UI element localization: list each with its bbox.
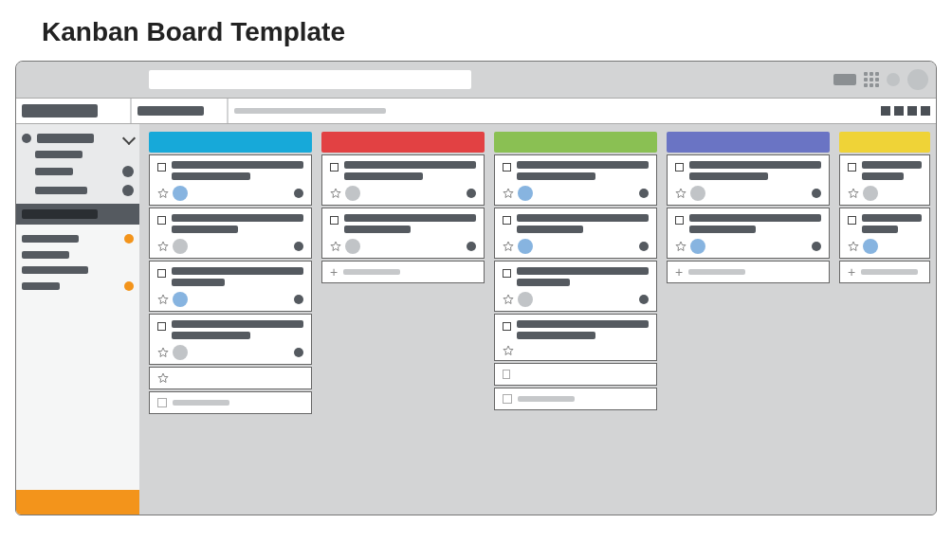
star-icon[interactable] bbox=[675, 188, 687, 199]
star-icon[interactable] bbox=[157, 294, 169, 305]
column-header[interactable] bbox=[494, 132, 657, 153]
app-logo[interactable] bbox=[16, 99, 130, 123]
add-card-button[interactable]: + bbox=[321, 261, 485, 283]
card-status-dot-icon bbox=[639, 295, 649, 304]
sidebar-item[interactable] bbox=[22, 147, 134, 162]
assignee-avatar-icon[interactable] bbox=[690, 239, 705, 254]
kanban-card[interactable] bbox=[149, 208, 312, 259]
star-icon[interactable] bbox=[848, 188, 859, 199]
star-icon[interactable] bbox=[330, 188, 341, 199]
column-header[interactable] bbox=[321, 132, 485, 153]
kanban-card[interactable] bbox=[667, 208, 830, 259]
add-card-button[interactable] bbox=[149, 391, 312, 414]
svg-marker-3 bbox=[158, 348, 168, 357]
column-header[interactable] bbox=[667, 132, 830, 153]
assignee-avatar-icon[interactable] bbox=[518, 186, 533, 201]
breadcrumb-tab[interactable] bbox=[132, 99, 227, 123]
kanban-card[interactable] bbox=[494, 208, 657, 259]
assignee-avatar-icon[interactable] bbox=[863, 186, 878, 201]
kanban-card[interactable] bbox=[149, 154, 312, 206]
assignee-avatar-icon[interactable] bbox=[173, 186, 188, 201]
checkbox-icon[interactable] bbox=[330, 163, 339, 172]
star-icon[interactable] bbox=[330, 241, 341, 252]
star-icon[interactable] bbox=[675, 241, 687, 252]
star-icon[interactable] bbox=[157, 188, 169, 199]
svg-marker-10 bbox=[503, 346, 513, 355]
column-header[interactable] bbox=[149, 132, 312, 153]
add-card-button[interactable]: + bbox=[667, 261, 830, 283]
svg-marker-0 bbox=[158, 189, 168, 198]
assignee-avatar-icon[interactable] bbox=[690, 186, 705, 201]
sidebar-item-active[interactable] bbox=[16, 204, 139, 225]
card-text-line bbox=[172, 332, 250, 339]
assignee-avatar-icon[interactable] bbox=[345, 239, 360, 254]
checkbox-icon[interactable] bbox=[848, 163, 856, 172]
kanban-card[interactable] bbox=[839, 208, 930, 259]
kanban-card[interactable] bbox=[321, 208, 485, 259]
chrome-button-icon[interactable] bbox=[833, 74, 856, 85]
sidebar-item[interactable] bbox=[22, 162, 134, 181]
sidebar-item[interactable] bbox=[22, 181, 134, 200]
profile-avatar-icon[interactable] bbox=[907, 69, 928, 90]
add-card-button[interactable] bbox=[494, 388, 657, 410]
sidebar-header[interactable] bbox=[22, 130, 134, 147]
kanban-card[interactable] bbox=[494, 314, 657, 361]
card-text-line bbox=[517, 332, 595, 339]
star-icon[interactable] bbox=[157, 241, 169, 252]
checkbox-icon[interactable] bbox=[157, 269, 166, 278]
checkbox-icon[interactable] bbox=[503, 269, 511, 278]
assignee-avatar-icon[interactable] bbox=[173, 345, 188, 360]
assignee-avatar-icon[interactable] bbox=[518, 239, 533, 254]
checkbox-icon[interactable] bbox=[157, 322, 166, 331]
toolbar-button[interactable] bbox=[894, 106, 904, 116]
card-footer-row[interactable] bbox=[494, 363, 657, 386]
star-icon[interactable] bbox=[503, 188, 514, 199]
apps-grid-icon[interactable] bbox=[864, 72, 879, 87]
checkbox-icon[interactable] bbox=[675, 216, 684, 225]
card-footer-row[interactable] bbox=[149, 367, 312, 389]
checkbox-icon[interactable] bbox=[503, 322, 511, 331]
assignee-avatar-icon[interactable] bbox=[345, 186, 360, 201]
card-text-line bbox=[344, 172, 423, 180]
star-icon[interactable] bbox=[503, 294, 514, 305]
sidebar-item[interactable] bbox=[22, 247, 134, 262]
toolbar-button[interactable] bbox=[907, 106, 917, 116]
sidebar-cta-button[interactable] bbox=[16, 490, 139, 515]
checkbox-icon[interactable] bbox=[330, 216, 339, 225]
kanban-card[interactable] bbox=[667, 154, 830, 206]
assignee-avatar-icon[interactable] bbox=[173, 239, 188, 254]
checkbox-icon[interactable] bbox=[503, 216, 511, 225]
checkbox-icon[interactable] bbox=[675, 163, 684, 172]
card-text-line bbox=[689, 172, 768, 180]
kanban-card[interactable] bbox=[839, 154, 930, 206]
chrome-dot-icon[interactable] bbox=[887, 73, 900, 86]
checkbox-icon[interactable] bbox=[157, 216, 166, 225]
star-icon[interactable] bbox=[848, 241, 859, 252]
kanban-card[interactable] bbox=[321, 154, 485, 206]
star-icon[interactable] bbox=[503, 241, 514, 252]
toolbar-button[interactable] bbox=[921, 106, 930, 116]
toolbar-button[interactable] bbox=[881, 106, 890, 116]
sidebar-item[interactable] bbox=[22, 262, 134, 278]
checkbox-icon[interactable] bbox=[503, 163, 511, 172]
assignee-avatar-icon[interactable] bbox=[518, 292, 533, 307]
star-icon bbox=[157, 372, 169, 384]
sidebar-item[interactable] bbox=[22, 278, 134, 295]
svg-marker-13 bbox=[849, 189, 858, 198]
kanban-card[interactable] bbox=[494, 154, 657, 206]
sidebar-item[interactable] bbox=[22, 230, 134, 247]
star-icon[interactable] bbox=[157, 347, 169, 358]
assignee-avatar-icon[interactable] bbox=[173, 292, 188, 307]
checkbox-icon[interactable] bbox=[848, 216, 856, 225]
add-card-button[interactable]: + bbox=[839, 261, 930, 283]
column-header[interactable] bbox=[839, 132, 930, 153]
url-bar[interactable] bbox=[149, 70, 471, 89]
kanban-card[interactable] bbox=[149, 261, 312, 312]
top-bar bbox=[16, 98, 936, 124]
star-icon[interactable] bbox=[503, 345, 514, 356]
checkbox-icon[interactable] bbox=[157, 163, 166, 172]
kanban-card[interactable] bbox=[149, 314, 312, 365]
search-bar[interactable] bbox=[229, 99, 936, 123]
kanban-card[interactable] bbox=[494, 261, 657, 312]
assignee-avatar-icon[interactable] bbox=[863, 239, 878, 254]
